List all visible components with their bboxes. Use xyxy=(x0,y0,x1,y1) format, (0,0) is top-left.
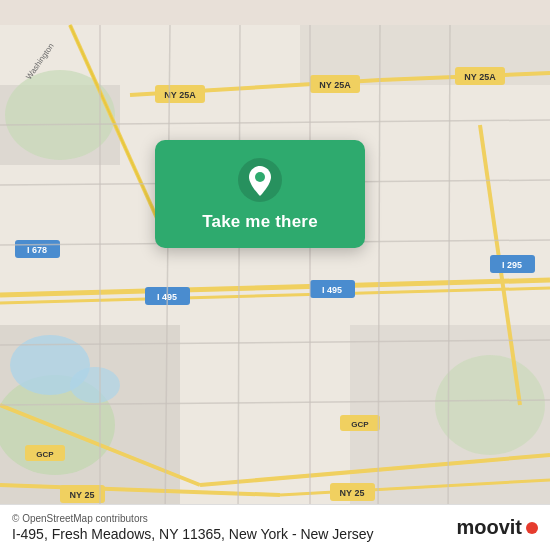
map-background: NY 25A NY 25A NY 25A I 678 I 495 I 495 I… xyxy=(0,0,550,550)
cta-card: Take me there xyxy=(155,140,365,248)
location-pin-icon xyxy=(238,158,282,202)
svg-text:GCP: GCP xyxy=(36,450,54,459)
location-info: © OpenStreetMap contributors I-495, Fres… xyxy=(12,513,374,542)
svg-text:NY 25A: NY 25A xyxy=(464,72,496,82)
svg-text:I 495: I 495 xyxy=(322,285,342,295)
map-container: NY 25A NY 25A NY 25A I 678 I 495 I 495 I… xyxy=(0,0,550,550)
svg-point-8 xyxy=(435,355,545,455)
svg-text:NY 25: NY 25 xyxy=(70,490,95,500)
location-label: I-495, Fresh Meadows, NY 11365, New York… xyxy=(12,526,374,542)
moovit-logo-dot xyxy=(526,522,538,534)
osm-attribution: © OpenStreetMap contributors xyxy=(12,513,374,524)
svg-text:NY 25A: NY 25A xyxy=(319,80,351,90)
svg-text:I 678: I 678 xyxy=(27,245,47,255)
take-me-there-button[interactable]: Take me there xyxy=(202,212,318,232)
svg-text:NY 25: NY 25 xyxy=(340,488,365,498)
svg-point-57 xyxy=(255,172,265,182)
svg-text:I 295: I 295 xyxy=(502,260,522,270)
svg-text:GCP: GCP xyxy=(351,420,369,429)
moovit-logo: moovit xyxy=(456,516,538,539)
svg-point-10 xyxy=(70,367,120,403)
bottom-bar: © OpenStreetMap contributors I-495, Fres… xyxy=(0,504,550,550)
moovit-brand-text: moovit xyxy=(456,516,522,539)
